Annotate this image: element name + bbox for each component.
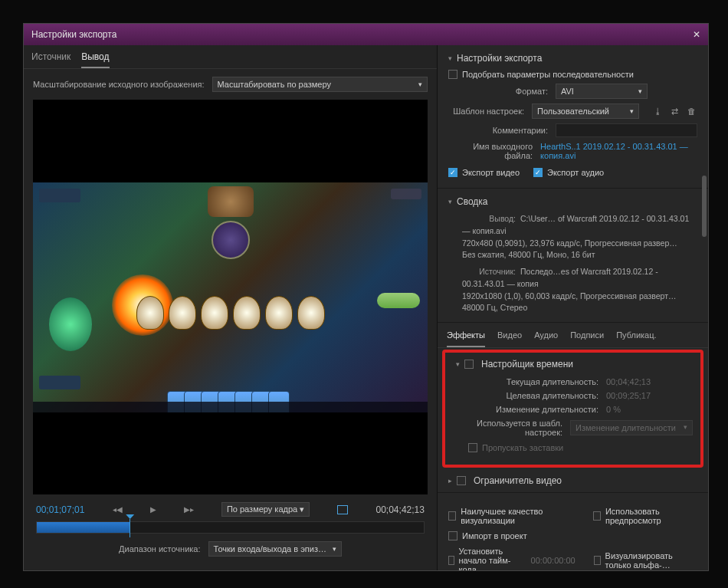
minion-row [73, 286, 389, 340]
summary-header[interactable]: Сводка [448, 196, 697, 207]
summary-output: Вывод:C:\User… of Warcraft 2019.02.12 - … [448, 213, 697, 261]
import-preset-icon[interactable]: ⇄ [668, 105, 680, 117]
current-duration: 00;04;42;13 [606, 377, 651, 386]
timecode-value: 00:00:00:00 [531, 556, 576, 565]
time-tuner-checkbox[interactable] [464, 360, 474, 369]
preset-select[interactable]: Пользовательский [532, 103, 639, 119]
export-dialog: Настройки экспорта ✕ Источник Вывод Масш… [23, 23, 709, 571]
hud-corner [391, 189, 421, 199]
video-limiter-checkbox[interactable] [457, 476, 466, 485]
video-limiter-label[interactable]: Ограничитель видео [474, 475, 562, 486]
time-out: 00;04;42;13 [376, 504, 425, 515]
outname-link[interactable]: HearthS..1 2019.02.12 - 00.31.43.01 — ко… [540, 142, 697, 160]
time-ruler[interactable] [36, 521, 425, 534]
left-tabs: Источник Вывод [24, 45, 437, 69]
right-panel: Настройки экспорта Подобрать параметры п… [438, 45, 708, 570]
save-preset-icon[interactable]: ⭳ [651, 105, 664, 117]
outname-label: Имя выходного файла: [448, 142, 533, 160]
preview-area [33, 100, 428, 494]
step-fwd-icon[interactable]: ▶▸ [184, 505, 194, 514]
skip-splash-checkbox [468, 443, 477, 452]
opponent-hero [212, 221, 250, 259]
range-select[interactable]: Точки входа/выхода в эпиз… [208, 541, 342, 557]
opponent-nameplate [39, 189, 80, 202]
use-preview-checkbox[interactable] [593, 511, 601, 521]
end-turn-button [377, 293, 420, 308]
preset-label: Шаблон настроек: [448, 107, 524, 116]
rtab-video[interactable]: Видео [497, 324, 522, 347]
play-icon[interactable]: ▶ [150, 505, 156, 514]
export-video-checkbox[interactable] [448, 168, 457, 177]
scale-select[interactable]: Масштабировать по размеру [212, 77, 428, 92]
format-select[interactable]: AVI [556, 84, 648, 99]
fit-select[interactable]: По размеру кадра ▾ [221, 502, 310, 517]
player-nameplate [39, 376, 80, 389]
hud-bottom [33, 402, 428, 412]
rtab-publish[interactable]: Публикац. [616, 324, 656, 347]
duration-change: 0 % [606, 405, 621, 414]
range-label: Диапазон источника: [119, 544, 200, 554]
import-project-checkbox[interactable] [448, 531, 457, 540]
delete-preset-icon[interactable]: 🗑 [685, 105, 697, 117]
used-in-preset-select: Изменение длительности [570, 420, 693, 435]
right-tabs: Эффекты Видео Аудио Подписи Публикац. [438, 324, 708, 348]
time-tuner-section: Настройщик времени Текущая длительность:… [442, 350, 703, 468]
game-top-ui [208, 186, 254, 217]
titlebar: Настройки экспорта ✕ [24, 24, 708, 45]
match-seq-label: Подобрать параметры последовательности [462, 70, 634, 79]
time-in[interactable]: 00;01;07;01 [36, 504, 84, 515]
export-audio-checkbox[interactable] [533, 168, 543, 177]
close-icon[interactable]: ✕ [693, 29, 700, 40]
scale-label: Масштабирование исходного изображения: [33, 80, 205, 89]
rtab-captions[interactable]: Подписи [570, 324, 604, 347]
preview-image [33, 182, 428, 412]
set-timecode-checkbox[interactable] [448, 556, 454, 565]
render-alpha-checkbox[interactable] [594, 556, 601, 565]
playhead[interactable] [130, 519, 130, 537]
comment-label: Комментарии: [448, 126, 548, 135]
best-quality-checkbox[interactable] [448, 511, 456, 521]
match-seq-checkbox[interactable] [448, 70, 457, 79]
window-title: Настройки экспорта [31, 29, 116, 40]
summary-source: Источник:Последо…es of Warcraft 2019.02.… [448, 266, 697, 314]
rtab-effects[interactable]: Эффекты [447, 324, 485, 347]
left-panel: Источник Вывод Масштабирование исходного… [24, 45, 438, 570]
tab-source[interactable]: Источник [31, 51, 71, 68]
time-tuner-label: Настройщик времени [481, 359, 573, 370]
target-duration: 00;09;25;17 [606, 391, 651, 400]
aspect-icon[interactable] [337, 505, 348, 514]
tab-output[interactable]: Вывод [81, 51, 109, 68]
comment-input[interactable] [556, 123, 697, 137]
scrollbar-thumb[interactable] [702, 176, 707, 237]
export-settings-header[interactable]: Настройки экспорта [448, 53, 697, 64]
step-back-icon[interactable]: ◂◀ [113, 505, 123, 514]
format-label: Формат: [448, 87, 548, 96]
timeline-controls: 00;01;07;01 ◂◀ ▶ ▶▸ По размеру кадра ▾ 0… [24, 494, 437, 570]
rtab-audio[interactable]: Аудио [534, 324, 558, 347]
